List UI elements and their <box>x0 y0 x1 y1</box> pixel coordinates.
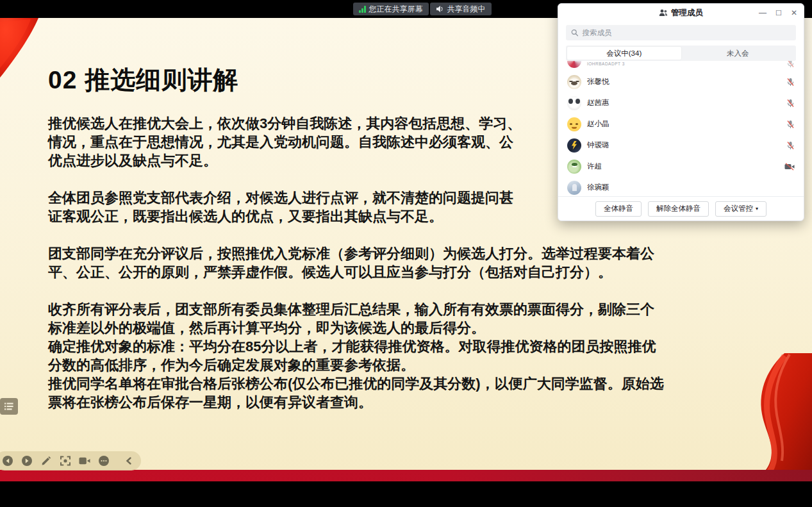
previous-slide-button[interactable] <box>2 455 13 467</box>
mic-muted-icon[interactable] <box>786 61 795 68</box>
screen-share-status-pill: 您正在共享屏幕 <box>353 3 429 15</box>
slide-title: 02 推选细则讲解 <box>48 63 238 97</box>
audio-share-status-label: 共享音频中 <box>447 4 486 15</box>
slide-list-toggle-button[interactable] <box>0 398 18 415</box>
pencil-annotate-icon[interactable] <box>40 455 52 467</box>
screen: 02 推选细则讲解 推优候选人在推优大会上，依次做3分钟自我陈述，其内容包括思想… <box>0 0 812 507</box>
member-list[interactable]: IOHRBADADPT 3 张馨悦 赵茜惠 <box>558 61 804 196</box>
search-icon <box>571 29 578 37</box>
avatar <box>567 138 581 153</box>
annotation-toolbar <box>0 451 141 470</box>
mute-all-button[interactable]: 全体静音 <box>595 201 642 217</box>
panel-header[interactable]: 管理成员 — ☐ ✕ <box>558 4 804 22</box>
speaker-icon <box>436 5 444 13</box>
member-row[interactable]: 许超 <box>567 156 795 177</box>
member-search-box[interactable] <box>566 25 796 40</box>
member-row[interactable]: 张馨悦 <box>567 71 795 92</box>
slide-bottom-red-bar <box>0 470 812 481</box>
minimize-button[interactable]: — <box>759 9 766 17</box>
meeting-control-button[interactable]: 会议管控 ▾ <box>715 201 766 217</box>
slide-list-icon <box>4 403 13 410</box>
avatar <box>567 61 581 68</box>
mic-muted-icon[interactable] <box>786 120 795 129</box>
unmute-all-button[interactable]: 解除全体静音 <box>648 201 709 217</box>
next-slide-button[interactable] <box>21 455 33 467</box>
camera-icon[interactable] <box>79 455 90 467</box>
members-icon <box>659 9 668 17</box>
red-ribbon-top-left <box>0 18 45 79</box>
member-row[interactable]: IOHRBADADPT 3 <box>567 61 795 71</box>
avatar <box>567 160 581 174</box>
member-search-input[interactable] <box>582 29 791 37</box>
screen-share-status-label: 您正在共享屏幕 <box>369 4 423 15</box>
more-options-button[interactable] <box>98 455 110 467</box>
chevron-down-icon: ▾ <box>756 206 758 212</box>
avatar <box>567 181 581 195</box>
panel-footer: 全体静音 解除全体静音 会议管控 ▾ <box>558 196 804 220</box>
panel-title: 管理成员 <box>671 8 703 19</box>
tab-not-joined[interactable]: 未入会 <box>681 47 795 60</box>
avatar <box>567 117 581 131</box>
member-row[interactable]: 赵小晶 <box>567 113 795 135</box>
close-button[interactable]: ✕ <box>791 9 797 17</box>
screen-select-icon[interactable] <box>60 455 71 467</box>
tab-in-meeting[interactable]: 会议中(34) <box>567 47 681 60</box>
member-row[interactable]: 徐琬颖 <box>567 177 795 196</box>
avatar <box>567 96 581 110</box>
avatar <box>567 75 581 89</box>
mic-muted-icon[interactable] <box>786 99 795 108</box>
mic-muted-icon[interactable] <box>786 141 795 150</box>
member-row[interactable]: 钟瑷璐 <box>567 135 795 156</box>
member-tabs: 会议中(34) 未入会 <box>566 46 796 61</box>
maximize-button[interactable]: ☐ <box>775 10 782 17</box>
collapse-toolbar-button[interactable] <box>125 455 133 467</box>
audio-share-status-pill: 共享音频中 <box>430 3 492 15</box>
signal-bars-icon <box>359 6 366 13</box>
manage-members-panel: 管理成员 — ☐ ✕ 会议中(34) 未入会 IOHRBADADPT 3 <box>558 3 804 221</box>
mic-muted-icon[interactable] <box>786 78 795 87</box>
member-row[interactable]: 赵茜惠 <box>567 92 795 113</box>
camera-off-icon[interactable] <box>784 163 795 170</box>
